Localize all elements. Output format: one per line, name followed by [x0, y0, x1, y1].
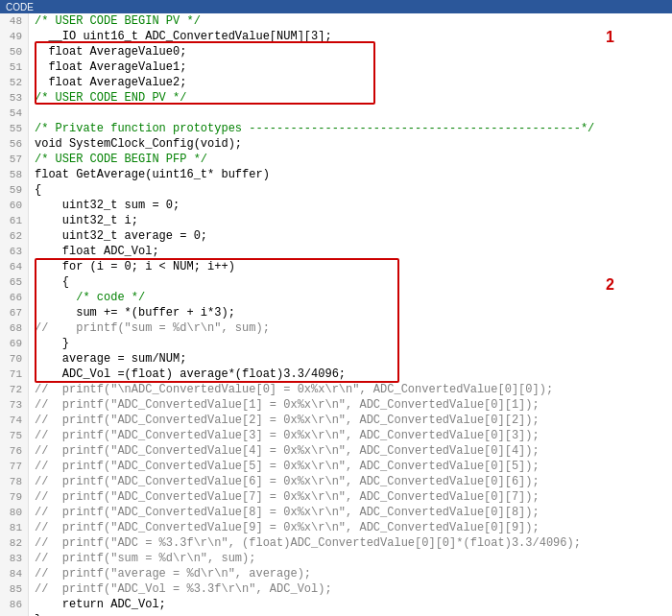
line-number: 73 — [0, 397, 29, 413]
code-line: 48/* USER CODE BEGIN PV */ — [0, 13, 672, 29]
code-line: 87} — [0, 612, 672, 616]
code-line: 79// printf("ADC_ConvertedValue[7] = 0x%… — [0, 489, 672, 505]
line-number: 77 — [0, 459, 29, 474]
line-content: void SystemClock_Config(void); — [29, 136, 672, 152]
line-number: 66 — [0, 290, 29, 305]
line-number: 84 — [0, 566, 29, 581]
line-content: // printf("sum = %d\r\n", sum); — [29, 320, 672, 336]
code-line: 50 float AverageValue0; — [0, 44, 672, 59]
line-number: 80 — [0, 505, 29, 520]
line-content: } — [29, 612, 672, 616]
line-number: 58 — [0, 167, 29, 182]
line-number: 86 — [0, 597, 29, 612]
line-content: // printf("ADC_ConvertedValue[3] = 0x%x\… — [29, 428, 672, 443]
line-content: // printf("ADC_Vol = %3.3f\r\n", ADC_Vol… — [29, 581, 672, 597]
line-content: /* code */ — [29, 290, 672, 305]
line-content: { — [29, 182, 672, 198]
code-line: 55/* Private function prototypes -------… — [0, 121, 672, 136]
code-container: CODE 48/* USER CODE BEGIN PV */49 __IO u… — [0, 0, 672, 616]
line-content: // printf("ADC_ConvertedValue[9] = 0x%x\… — [29, 520, 672, 535]
line-number: 70 — [0, 351, 29, 367]
code-line: 70 average = sum/NUM; — [0, 351, 672, 367]
code-line: 71 ADC_Vol =(float) average*(float)3.3/4… — [0, 367, 672, 382]
code-line: 52 float AverageValue2; — [0, 75, 672, 90]
line-content: float AverageValue0; — [29, 44, 672, 59]
line-number: 71 — [0, 367, 29, 382]
code-line: 60 uint32_t sum = 0; — [0, 198, 672, 213]
annotation-2: 2 — [606, 276, 614, 294]
line-content: uint32_t sum = 0; — [29, 198, 672, 213]
line-number: 72 — [0, 382, 29, 397]
line-content: // printf("sum = %d\r\n", sum); — [29, 551, 672, 566]
code-line: 67 sum += *(buffer + i*3); — [0, 305, 672, 320]
line-content: float AverageValue2; — [29, 75, 672, 90]
line-content: // printf("ADC_ConvertedValue[2] = 0x%x\… — [29, 413, 672, 428]
code-line: 59{ — [0, 182, 672, 198]
line-content: // printf("ADC_ConvertedValue[6] = 0x%x\… — [29, 474, 672, 489]
line-content: } — [29, 336, 672, 351]
line-number: 64 — [0, 259, 29, 274]
line-content: // printf("ADC_ConvertedValue[8] = 0x%x\… — [29, 505, 672, 520]
code-line: 76// printf("ADC_ConvertedValue[4] = 0x%… — [0, 443, 672, 459]
code-line: 74// printf("ADC_ConvertedValue[2] = 0x%… — [0, 413, 672, 428]
code-line: 73// printf("ADC_ConvertedValue[1] = 0x%… — [0, 397, 672, 413]
line-content: // printf("ADC_ConvertedValue[4] = 0x%x\… — [29, 443, 672, 459]
line-content: // printf("\nADC_ConvertedValue[0] = 0x%… — [29, 382, 672, 397]
code-line: 61 uint32_t i; — [0, 213, 672, 228]
code-line: 66 /* code */ — [0, 290, 672, 305]
top-bar-label: CODE — [6, 2, 34, 12]
code-line: 53/* USER CODE END PV */ — [0, 90, 672, 106]
code-line: 56void SystemClock_Config(void); — [0, 136, 672, 152]
code-line: 83// printf("sum = %d\r\n", sum); — [0, 551, 672, 566]
line-content: uint32_t average = 0; — [29, 228, 672, 244]
line-number: 63 — [0, 244, 29, 259]
line-number: 61 — [0, 213, 29, 228]
line-number: 59 — [0, 182, 29, 198]
line-content: { — [29, 274, 672, 290]
line-content: /* Private function prototypes ---------… — [29, 121, 672, 136]
line-number: 85 — [0, 581, 29, 597]
line-content: __IO uint16_t ADC_ConvertedValue[NUM][3]… — [29, 29, 672, 44]
line-content: // printf("ADC_ConvertedValue[5] = 0x%x\… — [29, 459, 672, 474]
code-line: 51 float AverageValue1; — [0, 59, 672, 75]
line-number: 75 — [0, 428, 29, 443]
line-number: 56 — [0, 136, 29, 152]
line-number: 67 — [0, 305, 29, 320]
line-content: /* USER CODE BEGIN PV */ — [29, 13, 672, 29]
code-line: 78// printf("ADC_ConvertedValue[6] = 0x%… — [0, 474, 672, 489]
line-content: average = sum/NUM; — [29, 351, 672, 367]
code-line: 80// printf("ADC_ConvertedValue[8] = 0x%… — [0, 505, 672, 520]
line-number: 79 — [0, 489, 29, 505]
line-content: float GetAverage(uint16_t* buffer) — [29, 167, 672, 182]
code-line: 65 { — [0, 274, 672, 290]
code-line: 62 uint32_t average = 0; — [0, 228, 672, 244]
line-number: 54 — [0, 106, 29, 121]
code-line: 69 } — [0, 336, 672, 351]
line-number: 52 — [0, 75, 29, 90]
line-number: 83 — [0, 551, 29, 566]
code-line: 75// printf("ADC_ConvertedValue[3] = 0x%… — [0, 428, 672, 443]
code-line: 58float GetAverage(uint16_t* buffer) — [0, 167, 672, 182]
line-content: ADC_Vol =(float) average*(float)3.3/4096… — [29, 367, 672, 382]
line-number: 68 — [0, 320, 29, 336]
line-number: 53 — [0, 90, 29, 106]
code-line: 82// printf("ADC = %3.3f\r\n", (float)AD… — [0, 535, 672, 551]
line-number: 50 — [0, 44, 29, 59]
line-number: 81 — [0, 520, 29, 535]
code-line: 54 — [0, 106, 672, 121]
code-line: 84// printf("average = %d\r\n", average)… — [0, 566, 672, 581]
line-content: // printf("ADC_ConvertedValue[7] = 0x%x\… — [29, 489, 672, 505]
line-content: uint32_t i; — [29, 213, 672, 228]
code-line: 49 __IO uint16_t ADC_ConvertedValue[NUM]… — [0, 29, 672, 44]
line-number: 78 — [0, 474, 29, 489]
line-number: 48 — [0, 13, 29, 29]
annotation-1: 1 — [606, 29, 614, 46]
line-number: 87 — [0, 612, 29, 616]
line-content: sum += *(buffer + i*3); — [29, 305, 672, 320]
line-content: // printf("ADC = %3.3f\r\n", (float)ADC_… — [29, 535, 672, 551]
line-number: 55 — [0, 121, 29, 136]
line-number: 69 — [0, 336, 29, 351]
line-content: // printf("ADC_ConvertedValue[1] = 0x%x\… — [29, 397, 672, 413]
line-number: 62 — [0, 228, 29, 244]
line-number: 60 — [0, 198, 29, 213]
